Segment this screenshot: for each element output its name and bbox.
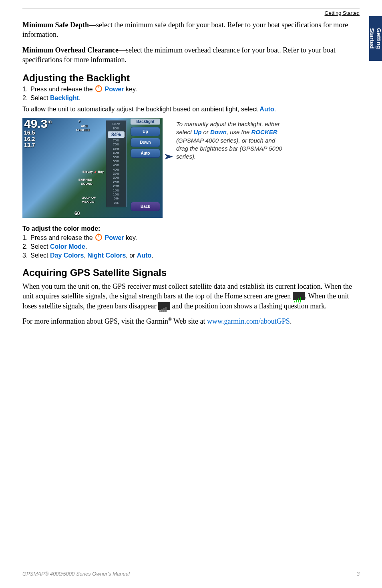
- heading-backlight: Adjusting the Backlight: [22, 72, 360, 84]
- map-barnes: BARNES: [78, 178, 92, 181]
- depth-sub-1: 16.5: [24, 130, 52, 136]
- depth-sub-3: 13.7: [24, 142, 52, 148]
- para-min-clearance: Minimum Overhead Clearance—select the mi…: [22, 45, 360, 65]
- down-button[interactable]: Down: [131, 138, 160, 147]
- backlight-panel-title: Backlight: [131, 119, 160, 125]
- side-tab: Getting Started: [369, 16, 382, 61]
- depth-sub-2: 16.2: [24, 136, 52, 142]
- map-gulf: GULF OF: [82, 196, 96, 199]
- heading-gps: Acquiring GPS Satellite Signals: [22, 267, 360, 278]
- screenshot-caption: To manually adjust the backlight, either…: [163, 118, 288, 218]
- map-lake: AKE: [81, 124, 88, 128]
- power-key-label: Power: [105, 234, 124, 241]
- satellite-bars-green-icon: [293, 292, 305, 300]
- footer-page: 3: [357, 571, 360, 577]
- map-chobee: CHOBEE: [76, 128, 90, 132]
- colormode-step-1: 1.Press and release the Power key.: [22, 234, 360, 242]
- colormode-step-2: 2.Select Color Mode.: [22, 243, 360, 250]
- depth-main: 49.3m: [24, 118, 52, 130]
- power-key-label: Power: [105, 86, 124, 93]
- map-sound: SOUND: [81, 182, 92, 185]
- backlight-step-1: 1.Press and release the Power key.: [22, 85, 360, 93]
- power-icon: [95, 85, 102, 92]
- up-button[interactable]: Up: [131, 127, 160, 136]
- para-min-depth: Minimum Safe Depth—select the minimum sa…: [22, 20, 360, 40]
- garmin-link[interactable]: www.garmin.com/aboutGPS: [207, 317, 290, 325]
- heading-color-mode: To adjust the color mode:: [22, 225, 360, 232]
- brightness-panel: 100% 85% 84% 75% 70% 65% 60% 55% 50% 45%…: [106, 120, 127, 207]
- map-scale-bottom: 60: [74, 211, 80, 216]
- colormode-menu-label: Color Mode: [50, 243, 85, 250]
- pct-100: 100%: [106, 122, 126, 126]
- min-depth-term: Minimum Safe Depth: [22, 21, 89, 29]
- gps-para-1: When you turn the unit on, the GPS recei…: [22, 282, 360, 311]
- map-scale-top: 0: [78, 119, 80, 123]
- pct-current: 84%: [108, 131, 125, 138]
- back-button[interactable]: Back: [131, 202, 160, 211]
- power-icon: [95, 234, 102, 241]
- satellite-bars-gray-icon: [158, 302, 170, 310]
- header-section: Getting Started: [22, 10, 360, 16]
- map-biscay: Biscay ▲ Bay: [82, 170, 104, 173]
- map-mexico: MEXICO: [82, 200, 94, 203]
- callout-arrow-icon: ➤: [163, 151, 173, 162]
- min-clearance-term: Minimum Overhead Clearance: [22, 46, 119, 54]
- gps-para-2: For more information about GPS, visit th…: [22, 316, 360, 326]
- auto-label: Auto: [259, 106, 274, 113]
- auto-button[interactable]: Auto: [131, 149, 160, 158]
- backlight-menu-label: Backlight: [50, 95, 79, 101]
- colormode-step-3: 3.Select Day Colors, Night Colors, or Au…: [22, 252, 360, 259]
- backlight-step-2: 2.Select Backlight.: [22, 95, 360, 102]
- footer-title: GPSMAP® 4000/5000 Series Owner's Manual: [22, 571, 130, 577]
- pct-85: 85%: [106, 127, 126, 131]
- backlight-note: To allow the unit to automatically adjus…: [22, 106, 360, 113]
- device-screenshot: 49.3m 16.5 16.2 13.7 0 AKE CHOBEE Biscay…: [22, 118, 163, 218]
